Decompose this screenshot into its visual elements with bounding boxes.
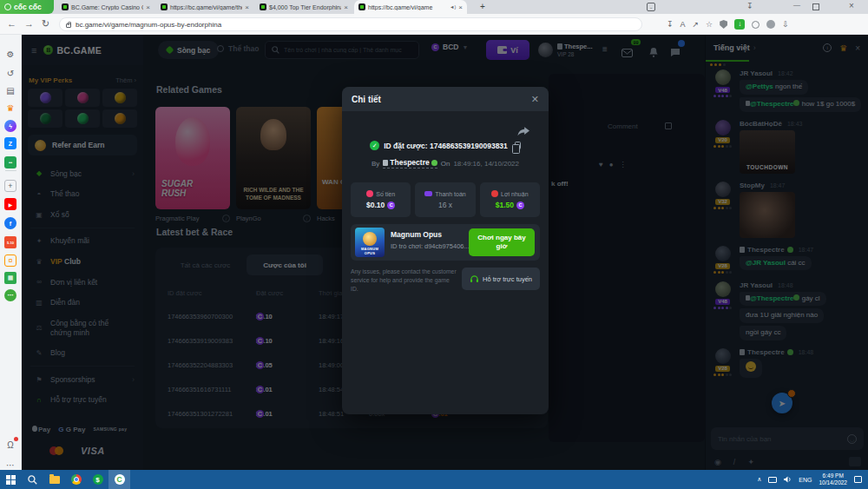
stat-label: Số tiền xyxy=(376,191,395,197)
taskbar-search-icon[interactable] xyxy=(22,470,43,489)
modal-title: Chi tiết xyxy=(352,95,381,104)
vip-crown-icon[interactable]: ♛ xyxy=(4,102,16,114)
lock-badge-icon xyxy=(383,160,388,166)
messenger-icon[interactable]: ϟ xyxy=(4,120,16,132)
game-id-value: d94cb975406... xyxy=(424,242,470,250)
lock-icon xyxy=(66,23,71,28)
modal-header: Chi tiết ✕ xyxy=(342,87,549,111)
zalo-icon[interactable]: Z xyxy=(4,137,16,149)
file-explorer-icon[interactable] xyxy=(43,470,65,489)
volume-icon[interactable] xyxy=(784,476,792,483)
youtube-icon[interactable]: ▶ xyxy=(4,198,16,210)
games-icon[interactable]: •• xyxy=(4,156,16,169)
game-name: Magnum Opus xyxy=(391,230,442,239)
history-icon[interactable]: ↺ xyxy=(4,67,16,79)
browser-tab[interactable]: https://bc.game/vi/game/the× xyxy=(156,0,253,14)
tab-close-icon[interactable]: × xyxy=(458,3,463,11)
screen: cốc cốc BC.Game: Crypto Casino Gan×https… xyxy=(0,0,868,489)
start-button[interactable] xyxy=(0,470,22,489)
add-icon[interactable]: + xyxy=(4,180,16,192)
settings-gear-icon[interactable]: ⚙ xyxy=(4,48,16,60)
new-tab-button[interactable]: + xyxy=(477,1,489,13)
copy-icon[interactable] xyxy=(515,142,521,149)
stat-value: 16 x xyxy=(438,201,452,209)
shopee-icon[interactable]: 5.10 xyxy=(4,236,16,248)
tab-title: $4,000 Top Tier Endorphina xyxy=(269,4,341,10)
browser-toolbar: ← → ↻ bc.game/vi/game/magnum-opus-by-end… xyxy=(0,14,868,35)
downloads-tray-icon[interactable]: ⇩ xyxy=(782,20,789,29)
tab-search-icon[interactable]: ⌄ xyxy=(647,3,655,11)
stat-value: $1.50C xyxy=(496,201,524,209)
share-bet-icon[interactable] xyxy=(517,125,529,141)
profile-icon[interactable] xyxy=(766,20,775,29)
game-info-card: MAGNUM OPUS Magnum Opus ID trò chơi: d94… xyxy=(351,224,540,261)
more-icon[interactable]: ⋯ xyxy=(4,459,16,471)
minimize-icon[interactable]: — xyxy=(786,1,808,9)
bet-details-modal: Chi tiết ✕ ✓ ID đặt cược: 17468635391900… xyxy=(342,87,549,414)
coccoc-taskbar-icon[interactable]: C xyxy=(108,470,130,489)
browser-tab[interactable]: $4,000 Top Tier Endorphina× xyxy=(255,0,352,14)
back-icon[interactable]: ← xyxy=(7,18,16,29)
adblock-shield-icon[interactable] xyxy=(720,20,727,29)
bet-id-label: ID đặt cược: xyxy=(384,142,427,150)
download-manager-icon[interactable]: ↓ xyxy=(734,19,745,30)
payout-icon xyxy=(424,191,432,196)
feedback-icon[interactable]: ⋯ xyxy=(4,289,16,301)
browser-sidebar: ⚙↺▤♛ϟZ••+▶f5.10¤▦⋯Ω⋯ xyxy=(0,35,22,470)
stat-amount: 16 x xyxy=(438,201,452,209)
translate-icon[interactable]: A xyxy=(681,20,686,29)
live-support-button[interactable]: Hỗ trợ trực tuyến xyxy=(462,268,540,290)
tab-close-icon[interactable]: × xyxy=(245,3,249,11)
reload-icon[interactable]: ↻ xyxy=(42,18,49,30)
site-favicon xyxy=(62,3,69,10)
modal-close-icon[interactable]: ✕ xyxy=(531,94,539,105)
support-note: Any issues, please contact the customer … xyxy=(351,268,457,294)
play-now-button[interactable]: Chơi ngay bây giờ xyxy=(469,228,535,256)
extensions-icon[interactable] xyxy=(752,21,760,29)
close-window-icon[interactable]: × xyxy=(840,1,863,10)
by-label: By xyxy=(372,160,379,168)
frog-emoji-icon xyxy=(431,160,437,166)
tray-up-arrow-icon[interactable]: ∧ xyxy=(757,476,761,483)
tab-title: https://bc.game/vi/game xyxy=(368,4,447,10)
gift-icon[interactable]: ▦ xyxy=(4,272,16,284)
sidebar-toggle-icon[interactable]: ↧ xyxy=(746,2,753,10)
network-icon[interactable] xyxy=(768,477,777,483)
tab-close-icon[interactable]: × xyxy=(146,3,150,11)
address-bar[interactable]: bc.game/vi/game/magnum-opus-by-endorphin… xyxy=(59,17,642,31)
browser-logo[interactable]: cốc cốc xyxy=(0,0,54,14)
money-app-icon[interactable]: $ xyxy=(87,470,108,489)
deals-icon[interactable]: ¤ xyxy=(4,254,16,267)
game-thumbnail[interactable]: MAGNUM OPUS xyxy=(355,228,385,257)
site-favicon xyxy=(358,3,365,10)
save-page-icon[interactable]: ↧ xyxy=(667,20,674,29)
forward-icon[interactable]: → xyxy=(24,18,34,29)
action-center-icon[interactable] xyxy=(854,476,862,483)
bettor-username[interactable]: Thespectre xyxy=(383,158,437,169)
browser-tab[interactable]: https://bc.game/vi/game◄)× xyxy=(354,0,467,14)
bookmark-star-icon[interactable]: ☆ xyxy=(706,20,713,29)
lion-icon xyxy=(363,232,377,246)
maximize-icon[interactable] xyxy=(812,3,819,10)
facebook-icon[interactable]: f xyxy=(4,217,16,229)
divider xyxy=(5,170,16,171)
url-text: bc.game/vi/game/magnum-opus-by-endorphin… xyxy=(76,21,221,29)
profit-icon xyxy=(491,190,498,197)
coin-icon: C xyxy=(516,202,524,209)
headset-icon xyxy=(470,274,479,283)
on-label: On xyxy=(441,160,450,168)
tab-title: https://bc.game/vi/game/the xyxy=(170,4,242,10)
clock[interactable]: 6:49 PM10/14/2022 xyxy=(819,472,847,487)
share-icon[interactable]: ↗ xyxy=(693,20,700,29)
reading-list-icon[interactable]: ▤ xyxy=(4,84,16,96)
browser-brand-label: cốc cốc xyxy=(14,3,42,11)
browser-tab[interactable]: BC.Game: Crypto Casino Gan× xyxy=(57,0,155,14)
amount-icon xyxy=(366,190,373,197)
notification-bell-icon[interactable]: Ω xyxy=(4,439,16,451)
chrome-icon[interactable] xyxy=(65,470,87,489)
tab-close-icon[interactable]: × xyxy=(344,3,348,11)
language-indicator[interactable]: ENG xyxy=(799,477,812,483)
coccoc-logo-icon xyxy=(4,3,11,10)
live-support-label: Hỗ trợ trực tuyến xyxy=(483,275,532,283)
coin-icon: C xyxy=(387,202,395,209)
